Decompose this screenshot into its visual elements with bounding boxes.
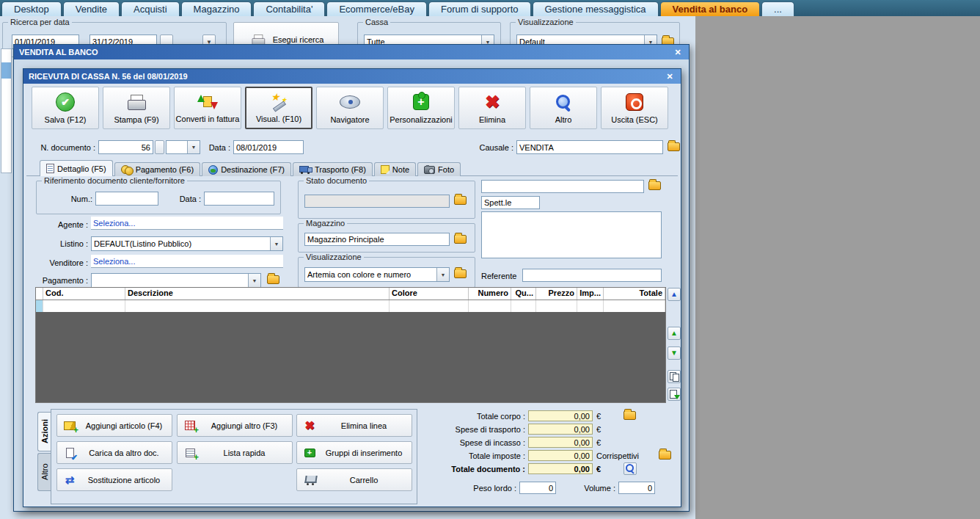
tab-pagamento[interactable]: Pagamento (F6) [114, 162, 200, 176]
visualizzazione-select[interactable]: Artemia con colore e numero ▼ [304, 267, 450, 282]
close-icon[interactable]: ✕ [672, 47, 684, 57]
destinatario-folder-icon[interactable] [648, 181, 661, 190]
totale-imposte-field[interactable]: 0,00 [528, 450, 593, 461]
elimina-linea-button[interactable]: ✖ Elimina linea [296, 414, 412, 437]
spese-trasporto-field[interactable]: 0,00 [528, 424, 593, 435]
sostituzione-articolo-button[interactable]: ⇄ Sostituzione articolo [56, 468, 172, 491]
delete-icon: ✖ [485, 93, 500, 111]
copy-rows-button[interactable] [668, 370, 681, 383]
salva-button[interactable]: ✔ Salva (F12) [32, 87, 99, 129]
carica-da-altro-doc-button[interactable]: ✔ Carica da altro doc. [56, 441, 172, 464]
visualizzazione-folder-icon[interactable] [454, 269, 467, 278]
magazzino-input[interactable]: Magazzino Principale [304, 233, 450, 246]
row-selector-cell[interactable] [36, 300, 43, 312]
altro-button[interactable]: Altro [530, 87, 597, 129]
stampa-label: Stampa (F9) [114, 115, 158, 124]
column-header-colore[interactable]: Colore [390, 288, 469, 300]
altro-label: Altro [555, 115, 572, 124]
totale-corpo-folder-icon[interactable] [624, 411, 636, 420]
column-header-descrizione[interactable]: Descrizione [125, 288, 390, 300]
app-tab-ecommerce[interactable]: Ecommerce/eBay [326, 1, 427, 16]
data-input[interactable]: 08/01/2019 [233, 140, 304, 154]
destinatario-input[interactable] [481, 180, 644, 193]
column-header-imponibile[interactable]: Imp... [577, 288, 604, 300]
column-header-totale[interactable]: Totale [604, 288, 665, 300]
agente-value: Seleziona... [93, 219, 135, 228]
tab-destinazione[interactable]: Destinazione (F7) [202, 162, 291, 176]
agente-field[interactable]: Seleziona... [91, 217, 283, 230]
stato-folder-icon[interactable] [454, 196, 467, 205]
cliente-textarea[interactable] [481, 211, 662, 258]
app-tab-overflow[interactable]: ... [761, 1, 794, 16]
rif-num-input[interactable] [95, 192, 158, 206]
carrello-button[interactable]: Carrello [296, 468, 412, 491]
column-header-numero[interactable]: Numero [469, 288, 511, 300]
aggiungi-articolo-button[interactable]: + Aggiungi articolo (F4) [56, 414, 172, 437]
gruppi-di-inserimento-button[interactable]: Gruppi di inserimento [296, 441, 412, 464]
paste-rows-button[interactable] [668, 388, 681, 401]
personalizzazioni-button[interactable]: Personalizzazioni [387, 87, 455, 129]
spese-incasso-field[interactable]: 0,00 [528, 437, 593, 448]
app-tab-forum[interactable]: Forum di supporto [428, 1, 531, 16]
n-documento-mini-button[interactable] [155, 140, 164, 154]
visual-button[interactable]: ★★ Visual. (F10) [245, 87, 312, 129]
navigatore-label: Navigatore [330, 115, 369, 124]
app-tab-contabilita[interactable]: Contabilita' [253, 1, 325, 16]
close-icon[interactable]: ✕ [664, 71, 676, 81]
vendita-titlebar[interactable]: VENDITA AL BANCO ✕ [14, 45, 689, 59]
tab-foto[interactable]: Foto [417, 162, 461, 176]
carica-da-altro-doc-label: Carica da altro doc. [81, 449, 167, 457]
tab-dettaglio[interactable]: Dettaglio (F5) [40, 160, 113, 176]
navigatore-button[interactable]: Navigatore [316, 87, 384, 129]
totale-documento-field[interactable]: 0,00 [528, 463, 593, 474]
ricevuta-window: RICEVUTA DI CASSA N. 56 del 08/01/2019 ✕… [23, 68, 681, 507]
pagamento-folder-icon[interactable] [267, 275, 279, 284]
lista-rapida-button[interactable]: + Lista rapida [177, 441, 293, 464]
spettle-input[interactable]: Spett.le [481, 196, 540, 209]
peso-lordo-input[interactable]: 0 [519, 482, 556, 494]
app-tab-vendite[interactable]: Vendite [63, 1, 120, 16]
elimina-button[interactable]: ✖ Elimina [458, 87, 526, 129]
uscita-button[interactable]: Uscita (ESC) [601, 87, 668, 129]
ricalcola-button[interactable] [624, 462, 637, 475]
causale-input[interactable]: VENDITA [516, 140, 663, 154]
causale-folder-icon[interactable] [668, 142, 680, 151]
referente-input[interactable] [522, 269, 662, 282]
app-tab-magazzino[interactable]: Magazzino [181, 1, 252, 16]
selector-column-header[interactable] [36, 288, 43, 300]
volume-input[interactable]: 0 [618, 482, 655, 494]
app-tab-desktop[interactable]: Desktop [1, 1, 62, 16]
magazzino-folder-icon[interactable] [454, 235, 467, 244]
vtab-altro[interactable]: Altro [37, 453, 51, 491]
column-header-quantita[interactable]: Qu... [511, 288, 536, 300]
converti-in-fattura-button[interactable]: Converti in fattura [174, 87, 241, 129]
add-article-icon: + [62, 418, 78, 433]
venditore-field[interactable]: Seleziona... [91, 255, 283, 268]
tab-note[interactable]: Note [374, 162, 416, 176]
app-tab-acquisti[interactable]: Acquisti [121, 1, 180, 16]
aggiungi-altro-button[interactable]: + Aggiungi altro (F3) [177, 414, 293, 437]
foto-icon [424, 166, 435, 174]
tab-trasporto[interactable]: Trasporto (F8) [293, 162, 373, 176]
personalizzazioni-label: Personalizzazioni [390, 115, 453, 124]
column-header-cod[interactable]: Cod. [43, 288, 125, 300]
delete-line-icon: ✖ [301, 418, 318, 433]
listino-select[interactable]: DEFAULT(Listino Pubblico) ▼ [91, 236, 283, 251]
corrispettivi-folder-icon[interactable] [659, 451, 671, 460]
vendita-title: VENDITA AL BANCO [19, 48, 672, 57]
rif-data-input[interactable] [204, 192, 274, 206]
app-tab-messaggistica[interactable]: Gestione messaggistica [533, 1, 659, 16]
app-tab-vendita-al-banco[interactable]: Vendita al banco [660, 1, 761, 16]
vtab-azioni[interactable]: Azioni [37, 412, 51, 451]
move-top-button[interactable]: ▲ [668, 288, 681, 301]
column-header-prezzo[interactable]: Prezzo [536, 288, 577, 300]
doc-suffix-select[interactable]: ▼ [166, 140, 200, 154]
totale-corpo-field[interactable]: 0,00 [528, 410, 593, 421]
move-down-button[interactable]: ▼ [668, 346, 681, 360]
pagamento-select[interactable]: ▼ [91, 273, 261, 288]
ricevuta-titlebar[interactable]: RICEVUTA DI CASSA N. 56 del 08/01/2019 ✕ [23, 69, 681, 84]
table-row[interactable] [36, 300, 665, 312]
stampa-button[interactable]: Stampa (F9) [103, 87, 170, 129]
n-documento-input[interactable]: 56 [98, 140, 153, 154]
move-up-button[interactable]: ▲ [668, 327, 681, 340]
